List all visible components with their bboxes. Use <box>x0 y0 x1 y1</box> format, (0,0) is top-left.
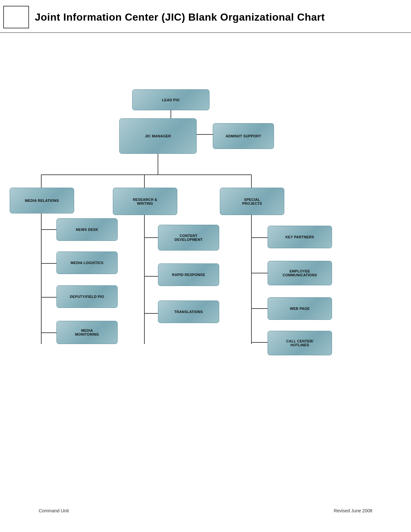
node-media-relations: MEDIA RELATIONS <box>10 188 74 213</box>
node-news-desk: NEWS DESK <box>56 218 118 241</box>
node-employee-communications: EMPLOYEE COMMUNICATIONS <box>268 261 332 285</box>
node-call-center-hotlines: CALL CENTER/ HOTLINES <box>268 331 332 355</box>
footer-left: Command Unit <box>39 508 69 513</box>
node-translations: TRANSLATIONS <box>158 300 219 323</box>
node-deputy-field-pio: DEPUTY/FIELD PIO <box>56 285 118 308</box>
page: Joint Information Center (JIC) Blank Org… <box>0 0 411 532</box>
logo-box <box>3 6 29 28</box>
node-media-logistics: MEDIA LOGISTICS <box>56 251 118 274</box>
node-key-partners: KEY PARTNERS <box>268 226 332 248</box>
node-admin-it: ADMIN/IT SUPPORT <box>213 123 274 149</box>
node-media-monitoring: MEDIA MONITORING <box>56 321 118 344</box>
org-chart: LEAD PIO JIC MANAGER ADMIN/IT SUPPORT ME… <box>0 33 411 523</box>
header: Joint Information Center (JIC) Blank Org… <box>0 0 411 33</box>
node-web-page: WEB PAGE <box>268 297 332 320</box>
footer: Command Unit Revised June 2008 <box>0 508 411 513</box>
node-lead-pio: LEAD PIO <box>132 89 210 110</box>
node-rapid-response: RAPID RESPONSE <box>158 263 219 286</box>
node-jic-manager: JIC MANAGER <box>119 118 197 154</box>
footer-right: Revised June 2008 <box>334 508 372 513</box>
page-title: Joint Information Center (JIC) Blank Org… <box>35 11 325 23</box>
node-special-projects: SPECIAL PROJECTS <box>220 188 284 215</box>
node-content-development: CONTENT DEVELOPMENT <box>158 225 219 251</box>
node-research-writing: RESEARCH & WRITING <box>113 188 177 215</box>
